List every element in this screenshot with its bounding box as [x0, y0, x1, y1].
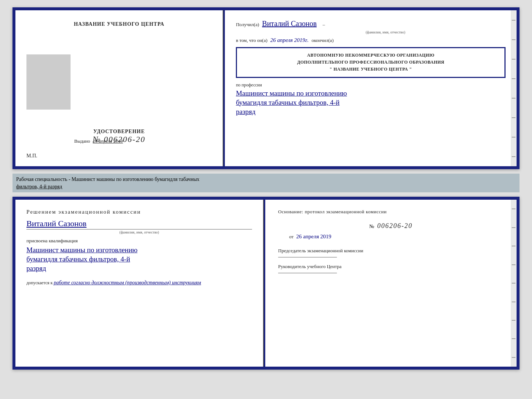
- edge-dash: [512, 137, 515, 138]
- number-block: № 006206-20: [278, 222, 504, 230]
- top-doc-left: НАЗВАНИЕ УЧЕБНОГО ЦЕНТРА УДОСТОВЕРЕНИЕ №…: [15, 10, 223, 166]
- number-value: 006206-20: [377, 222, 413, 229]
- dash1: –: [323, 22, 325, 28]
- caption-bar: Рабочая специальность - Машинист машины …: [12, 174, 520, 192]
- person-name-block: Виталий Сазонов: [26, 219, 252, 229]
- issued-label: Выдано: [74, 138, 90, 144]
- vtom-date: 26 апреля 2019г.: [270, 37, 309, 43]
- stamp-line2: ДОПОЛНИТЕЛЬНОГО ПРОФЕССИОНАЛЬНОГО ОБРАЗО…: [242, 59, 499, 66]
- recipient-prefix: Получил(а): [236, 22, 259, 28]
- edge-dash: [512, 20, 515, 21]
- caption-underline: фильтров, 4-й разряд: [16, 184, 62, 189]
- qual-label: присвоена квалификация: [26, 238, 252, 244]
- profession-label: по профессии: [236, 82, 506, 88]
- allowed-label: допускается к: [26, 280, 53, 285]
- bottom-document: Решением экзаменационной комиссии Витали…: [12, 197, 520, 370]
- org-stamp: АВТОНОМНУЮ НЕКОММЕРЧЕСКУЮ ОРГАНИЗАЦИЮ ДО…: [236, 47, 506, 78]
- edge-dash: [512, 338, 515, 339]
- director-label: Руководитель учебного Центра: [278, 263, 504, 271]
- allowed-line: допускается к работе согласно должностны…: [26, 280, 252, 286]
- director-sig-line: [278, 273, 337, 273]
- edge-dash: [512, 59, 515, 60]
- cert-label: УДОСТОВЕРЕНИЕ: [93, 129, 145, 135]
- recipient-subtitle: (фамилия, имя, отчество): [265, 30, 506, 34]
- osnov-label: Основание: протокол экзаменационной коми…: [278, 209, 504, 215]
- prof-line1: Машинист машины по изготовлению: [236, 89, 506, 97]
- bottom-doc-right: Основание: протокол экзаменационной коми…: [265, 200, 517, 367]
- edge-dashes-bottom: [511, 200, 517, 367]
- from-line: от 26 апреля 2019: [278, 234, 504, 240]
- prof-line3: разряд: [236, 108, 506, 116]
- bottom-left-title: Решением экзаменационной комиссии: [26, 209, 252, 215]
- prof-line2: бумагидля табачных фильтров, 4-й: [236, 99, 506, 107]
- from-date: 26 апреля 2019: [296, 234, 331, 239]
- recipient-name: Виталий Сазонов: [262, 19, 317, 28]
- edge-dash: [512, 156, 515, 157]
- issued-line: Выдано 26 апреля 2019: [74, 138, 123, 144]
- bottom-doc-left: Решением экзаменационной комиссии Витали…: [15, 200, 264, 367]
- qual-line2: бумагидля табачных фильтров, 4-й: [26, 255, 252, 263]
- edge-dash: [512, 98, 515, 99]
- recipient-line: Получил(а) Виталий Сазонов –: [236, 19, 506, 28]
- top-document: НАЗВАНИЕ УЧЕБНОГО ЦЕНТРА УДОСТОВЕРЕНИЕ №…: [12, 7, 520, 169]
- number-label: №: [369, 224, 374, 229]
- edge-dash: [512, 264, 515, 265]
- edge-dash: [512, 320, 515, 321]
- edge-dash: [512, 227, 515, 228]
- edge-dash: [512, 209, 515, 209]
- qual-line1: Машинист машины по изготовлению: [26, 246, 252, 254]
- edge-dashes-top: [511, 10, 517, 166]
- issued-date: 26 апреля 2019: [93, 138, 123, 144]
- chairman-label: Председатель экзаменационной комиссии: [278, 247, 504, 255]
- from-label: от: [289, 234, 294, 239]
- edge-dash: [512, 78, 515, 79]
- chairman-sig-line: [278, 257, 337, 257]
- edge-dash: [512, 357, 515, 358]
- caption-text: Рабочая специальность - Машинист машины …: [16, 177, 200, 182]
- chairman-block: Председатель экзаменационной комиссии: [278, 247, 504, 257]
- mp-label: М.П.: [26, 153, 37, 159]
- edge-dash: [512, 246, 515, 246]
- photo-placeholder: [26, 54, 71, 110]
- top-left-title: НАЗВАНИЕ УЧЕБНОГО ЦЕНТРА: [74, 21, 164, 27]
- edge-dash: [512, 117, 515, 118]
- vtom-line: в том, что он(а) 26 апреля 2019г. окончи…: [236, 37, 506, 43]
- allowed-value: работе согласно должностным (производств…: [54, 280, 201, 285]
- vtom-prefix: в том, что он(а): [236, 38, 267, 43]
- top-doc-right: Получил(а) Виталий Сазонов – (фамилия, и…: [225, 10, 517, 166]
- director-block: Руководитель учебного Центра: [278, 263, 504, 273]
- person-name: Виталий Сазонов: [26, 219, 86, 228]
- stamp-line3: " НАЗВАНИЕ УЧЕБНОГО ЦЕНТРА ": [242, 66, 499, 73]
- vtom-suffix: окончил(а): [312, 38, 334, 43]
- edge-dash: [512, 39, 515, 40]
- edge-dash: [512, 283, 515, 284]
- qual-line3: разряд: [26, 264, 252, 272]
- person-subtitle: (фамилия, имя, отчество): [26, 230, 252, 234]
- stamp-line1: АВТОНОМНУЮ НЕКОММЕРЧЕСКУЮ ОРГАНИЗАЦИЮ: [242, 52, 499, 59]
- edge-dash: [512, 302, 515, 302]
